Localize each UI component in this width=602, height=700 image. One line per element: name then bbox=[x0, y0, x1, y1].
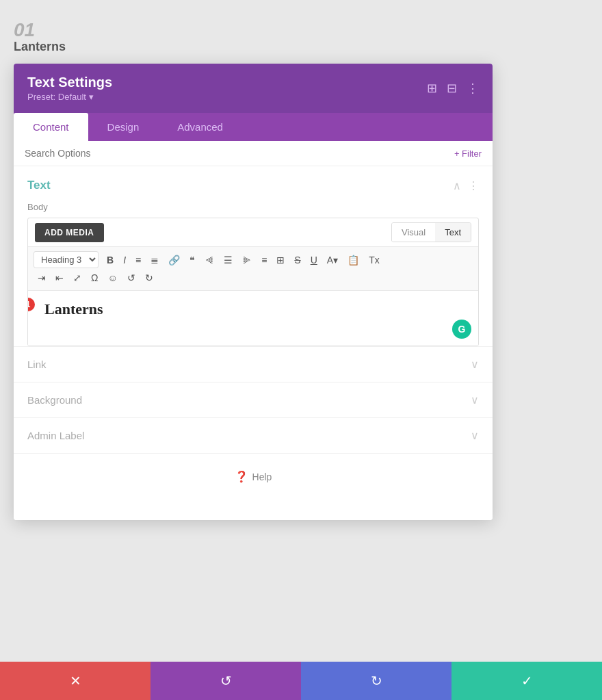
strikethrough-button[interactable]: S bbox=[290, 252, 304, 268]
text-view-button[interactable]: Text bbox=[435, 223, 471, 242]
editor-toolbar: Heading 3 Heading 1 Heading 2 Paragraph … bbox=[28, 247, 478, 291]
tab-advanced[interactable]: Advanced bbox=[158, 113, 242, 141]
editor-area: ADD MEDIA Visual Text Heading 3 Heading … bbox=[27, 218, 479, 346]
footer-bar: ✕ ↺ ↻ ✓ bbox=[0, 662, 602, 700]
search-bar: + Filter bbox=[14, 141, 493, 166]
grammarly-icon: G bbox=[452, 320, 471, 339]
visual-view-button[interactable]: Visual bbox=[392, 223, 435, 242]
outdent-button[interactable]: ⇤ bbox=[51, 270, 68, 286]
heading-select[interactable]: Heading 3 Heading 1 Heading 2 Paragraph bbox=[34, 251, 99, 268]
undo-button[interactable]: ↺ bbox=[150, 662, 301, 700]
ul-button[interactable]: ≡ bbox=[131, 252, 145, 268]
align-left-button[interactable]: ⫷ bbox=[200, 252, 218, 268]
more-icon[interactable]: ⋮ bbox=[467, 81, 479, 96]
text-settings-modal: Text Settings Preset: Default ▾ ⊞ ⊟ ⋮ Co… bbox=[14, 64, 493, 520]
background-title: Background bbox=[27, 394, 82, 406]
tab-content[interactable]: Content bbox=[14, 113, 88, 141]
link-section[interactable]: Link ∨ bbox=[14, 347, 493, 383]
modal-header-icons: ⊞ ⊟ ⋮ bbox=[427, 81, 479, 96]
admin-label-chevron-icon: ∨ bbox=[471, 429, 479, 442]
filter-button[interactable]: + Filter bbox=[454, 148, 482, 159]
save-button[interactable]: ✓ bbox=[452, 662, 602, 700]
cancel-button[interactable]: ✕ bbox=[0, 662, 150, 700]
help-icon: ❓ bbox=[235, 470, 248, 483]
text-section-header: Text ∧ ⋮ bbox=[14, 166, 493, 202]
page-background: 01 Lanterns Text Settings Preset: Defaul… bbox=[0, 0, 602, 541]
search-input[interactable] bbox=[25, 148, 454, 159]
fullscreen-button[interactable]: ⤢ bbox=[69, 270, 86, 286]
copy-icon[interactable]: ⊞ bbox=[427, 81, 437, 96]
view-toggle: Visual Text bbox=[391, 222, 471, 242]
layout-icon[interactable]: ⊟ bbox=[447, 81, 457, 96]
undo-toolbar-button[interactable]: ↺ bbox=[123, 270, 140, 286]
link-button[interactable]: 🔗 bbox=[164, 252, 184, 268]
section-collapse-icon[interactable]: ∧ bbox=[453, 179, 461, 192]
ol-button[interactable]: ≣ bbox=[146, 252, 163, 268]
text-section: Text ∧ ⋮ Body ADD MEDIA Visual Text bbox=[14, 166, 493, 347]
indent-button[interactable]: ⇥ bbox=[34, 270, 50, 286]
help-area[interactable]: ❓ Help bbox=[14, 454, 493, 500]
add-media-button[interactable]: ADD MEDIA bbox=[35, 223, 104, 242]
page-label: Lanterns bbox=[14, 40, 588, 54]
background-chevron-icon: ∨ bbox=[471, 393, 479, 406]
text-section-title: Text bbox=[27, 179, 51, 192]
blockquote-button[interactable]: ❝ bbox=[185, 252, 199, 268]
section-more-icon[interactable]: ⋮ bbox=[468, 179, 479, 192]
justify-button[interactable]: ≡ bbox=[257, 252, 271, 268]
underline-button[interactable]: U bbox=[306, 252, 322, 268]
omega-button[interactable]: Ω bbox=[87, 270, 102, 286]
step-badge: 1 bbox=[27, 298, 35, 311]
redo-toolbar-button[interactable]: ↻ bbox=[141, 270, 157, 286]
editor-top-bar: ADD MEDIA Visual Text bbox=[28, 218, 478, 247]
editor-content[interactable]: 1 Lanterns G bbox=[28, 291, 478, 346]
modal-title: Text Settings bbox=[27, 75, 112, 90]
align-right-button[interactable]: ⫸ bbox=[238, 252, 256, 268]
table-button[interactable]: ⊞ bbox=[272, 252, 289, 268]
admin-label-title: Admin Label bbox=[27, 430, 84, 441]
modal-preset[interactable]: Preset: Default ▾ bbox=[27, 92, 112, 102]
modal-tabs: Content Design Advanced bbox=[14, 113, 493, 141]
emoji-button[interactable]: ☺ bbox=[103, 270, 121, 286]
align-center-button[interactable]: ☰ bbox=[220, 252, 237, 268]
admin-label-section[interactable]: Admin Label ∨ bbox=[14, 418, 493, 454]
modal-body: Text ∧ ⋮ Body ADD MEDIA Visual Text bbox=[14, 166, 493, 520]
help-text: Help bbox=[252, 471, 272, 482]
link-chevron-icon: ∨ bbox=[471, 358, 479, 371]
tab-design[interactable]: Design bbox=[88, 113, 159, 141]
color-button[interactable]: A▾ bbox=[323, 252, 342, 268]
link-title: Link bbox=[27, 359, 47, 370]
paste-button[interactable]: 📋 bbox=[343, 252, 363, 268]
italic-button[interactable]: I bbox=[119, 252, 130, 268]
modal-header: Text Settings Preset: Default ▾ ⊞ ⊟ ⋮ bbox=[14, 64, 493, 113]
editor-text[interactable]: Lanterns bbox=[39, 300, 467, 318]
redo-button[interactable]: ↻ bbox=[301, 662, 452, 700]
background-section[interactable]: Background ∨ bbox=[14, 383, 493, 418]
bold-button[interactable]: B bbox=[103, 252, 118, 268]
page-number: 01 bbox=[14, 21, 588, 40]
clear-button[interactable]: Tx bbox=[365, 252, 384, 268]
body-label: Body bbox=[14, 202, 493, 218]
